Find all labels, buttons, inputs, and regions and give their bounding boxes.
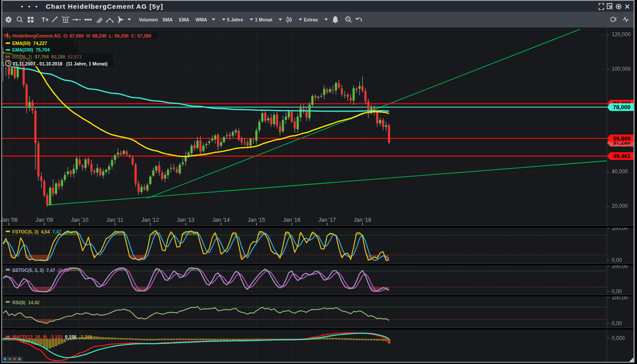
svg-text:FSTOC(5, 3) 4,54 7,47: FSTOC(5, 3) 4,54 7,47 — [12, 229, 62, 234]
svg-text:SSTOC(5, 3, 3) 7,47 10,39: SSTOC(5, 3, 3) 7,47 10,39 — [12, 268, 69, 273]
svg-text:Jan '08: Jan '08 — [0, 217, 17, 223]
svg-text:EMA: EMA — [179, 17, 189, 22]
svg-text:SMA: SMA — [162, 17, 173, 22]
svg-text:MACD(12, 26, 9) -3,152 0,156: MACD(12, 26, 9) -3,152 0,156 -3,308 — [12, 334, 92, 340]
svg-text:Jan '13: Jan '13 — [177, 217, 194, 223]
svg-text:Jan '17: Jan '17 — [318, 217, 336, 223]
svg-text:20,000: 20,000 — [612, 203, 628, 209]
svg-text:Volumen: Volumen — [139, 17, 158, 22]
svg-text:59,800: 59,800 — [613, 135, 630, 142]
svg-text:EMA(50) 74,227: EMA(50) 74,227 — [12, 41, 47, 46]
svg-text:Jan '11: Jan '11 — [107, 217, 124, 223]
svg-text:1 Monat: 1 Monat — [255, 17, 272, 22]
svg-text:0,00: 0,00 — [612, 320, 622, 326]
svg-text:Jan '18: Jan '18 — [354, 217, 371, 223]
svg-text:0,00: 0,00 — [612, 288, 622, 295]
svg-text:Jan '14: Jan '14 — [212, 217, 230, 223]
svg-text:0,000: 0,000 — [612, 335, 625, 341]
svg-text:Jan '10: Jan '10 — [71, 217, 88, 223]
svg-text:01.11.2007 - 01.10.2018 (11: 01.11.2007 - 01.10.2018 (11 Jahre, 1 Mon… — [13, 61, 107, 66]
svg-text:Chart HeidelbergCement AG [5y]: Chart HeidelbergCement AG [5y] — [46, 3, 163, 10]
svg-text:Jan '12: Jan '12 — [141, 217, 159, 223]
svg-text:Extras: Extras — [304, 17, 318, 22]
svg-text:BB(20, 2) 97,704 80,288 62,: BB(20, 2) 97,704 80,288 62,872 — [12, 54, 82, 59]
svg-text:HeidelbergCement AG O: 67,560: HeidelbergCement AG O: 67,560 H: 68,240 … — [12, 33, 151, 38]
svg-text:Jan '16: Jan '16 — [283, 217, 300, 223]
svg-text:100,000: 100,000 — [612, 66, 631, 72]
svg-text:RSI(8) 14,42: RSI(8) 14,42 — [12, 300, 40, 305]
svg-text:120,000: 120,000 — [612, 31, 631, 38]
svg-text:78,000: 78,000 — [613, 104, 630, 110]
svg-text:Jan '15: Jan '15 — [248, 217, 265, 223]
svg-text:EMA(200) 75,704: EMA(200) 75,704 — [12, 47, 50, 52]
svg-text:Jan '09: Jan '09 — [35, 217, 53, 223]
svg-text:T+: T+ — [41, 16, 49, 23]
svg-text:5 Jahre: 5 Jahre — [227, 17, 243, 22]
svg-text:49,461: 49,461 — [613, 153, 630, 159]
svg-text:0,00: 0,00 — [612, 257, 622, 263]
svg-text:WMA: WMA — [196, 17, 207, 22]
svg-text:40,000: 40,000 — [612, 168, 628, 175]
